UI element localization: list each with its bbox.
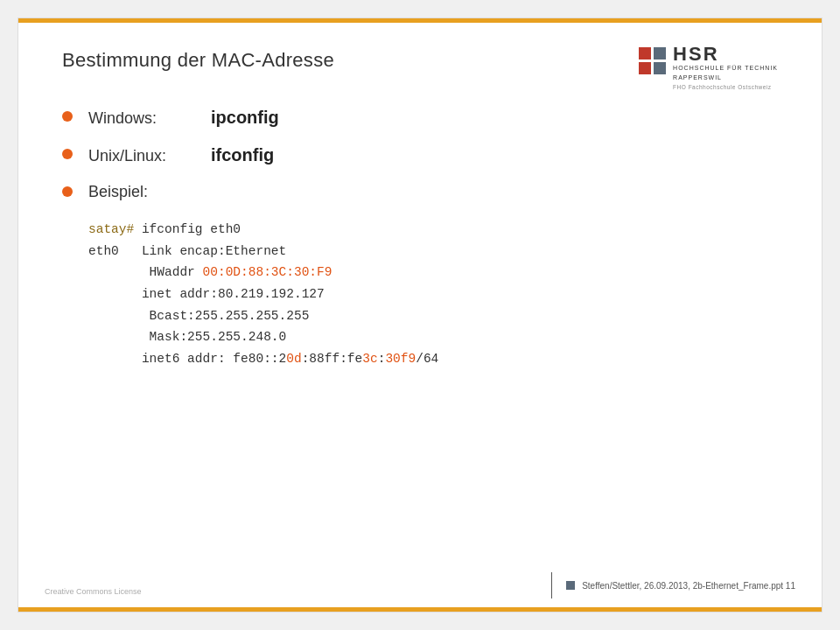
footer-text: Steffen/Stettler, 26.09.2013, 2b-Etherne… xyxy=(582,581,795,591)
code-block: satay# ifconfig eth0 eth0 Link encap:Eth… xyxy=(88,219,778,369)
bullet-dot-1 xyxy=(62,111,73,122)
logo-square-1 xyxy=(639,47,651,60)
footer-left: Creative Commons License xyxy=(45,587,142,596)
logo-squares xyxy=(639,47,666,74)
bullet-dot-2 xyxy=(62,149,73,159)
footer-divider xyxy=(551,572,552,598)
bullet-text-2: Unix/Linux: ifconfig xyxy=(88,145,274,165)
logo-square-4 xyxy=(654,62,666,74)
logo-line2: RAPPERSWIL xyxy=(673,74,778,83)
inet6-part2: 3c xyxy=(362,352,377,366)
code-line-7: inet6 addr: fe80::20d:88ff:fe3c:30f9/64 xyxy=(88,348,778,370)
bullet-beispiel: Beispiel: xyxy=(62,183,778,201)
logo-square-3 xyxy=(639,62,651,74)
slide-title: Bestimmung der MAC-Adresse xyxy=(62,49,334,72)
code-line-3: HWaddr 00:0D:88:3C:30:F9 xyxy=(88,262,778,284)
bullet-windows: Windows: ipconfig xyxy=(62,108,778,128)
bullet-dot-3 xyxy=(62,186,73,197)
unix-label: Unix/Linux: xyxy=(88,147,185,165)
beispiel-label: Beispiel: xyxy=(88,183,148,201)
content: Windows: ipconfig Unix/Linux: ifconfig B… xyxy=(62,108,778,369)
inet6-part1: 0d xyxy=(286,352,301,366)
logo-text: HSR HOCHSCHULE FÜR TECHNIK RAPPERSWIL FH… xyxy=(673,45,778,90)
slide: Bestimmung der MAC-Adresse HSR HOCHSCHUL… xyxy=(18,18,822,612)
code-prompt: satay# xyxy=(88,222,134,236)
footer: Steffen/Stettler, 26.09.2013, 2b-Etherne… xyxy=(551,572,795,598)
logo-fhn: FHO Fachhochschule Ostschweiz xyxy=(673,84,778,90)
bullet-text-1: Windows: ipconfig xyxy=(88,108,279,128)
hwaddr-value: 00:0D:88:3C:30:F9 xyxy=(203,265,332,279)
unix-command: ifconfig xyxy=(211,145,274,165)
code-line-1: satay# ifconfig eth0 xyxy=(88,219,778,241)
logo-area: HSR HOCHSCHULE FÜR TECHNIK RAPPERSWIL FH… xyxy=(639,45,778,90)
code-line-2: eth0 Link encap:Ethernet xyxy=(88,241,778,262)
logo-line1: HOCHSCHULE FÜR TECHNIK xyxy=(673,64,778,74)
windows-label: Windows: xyxy=(88,109,185,128)
footer-square xyxy=(566,581,575,590)
logo-hsr: HSR xyxy=(673,45,778,64)
inet6-part3: 30f9 xyxy=(385,352,416,366)
logo-square-2 xyxy=(654,47,666,60)
code-line-4: inet addr:80.219.192.127 xyxy=(88,284,778,305)
code-line-6: Mask:255.255.248.0 xyxy=(88,326,778,348)
bullet-unix: Unix/Linux: ifconfig xyxy=(62,145,778,165)
bullet-text-3: Beispiel: xyxy=(88,183,148,201)
header: Bestimmung der MAC-Adresse HSR HOCHSCHUL… xyxy=(62,45,778,90)
windows-command: ipconfig xyxy=(211,108,279,128)
code-line-5: Bcast:255.255.255.255 xyxy=(88,305,778,327)
